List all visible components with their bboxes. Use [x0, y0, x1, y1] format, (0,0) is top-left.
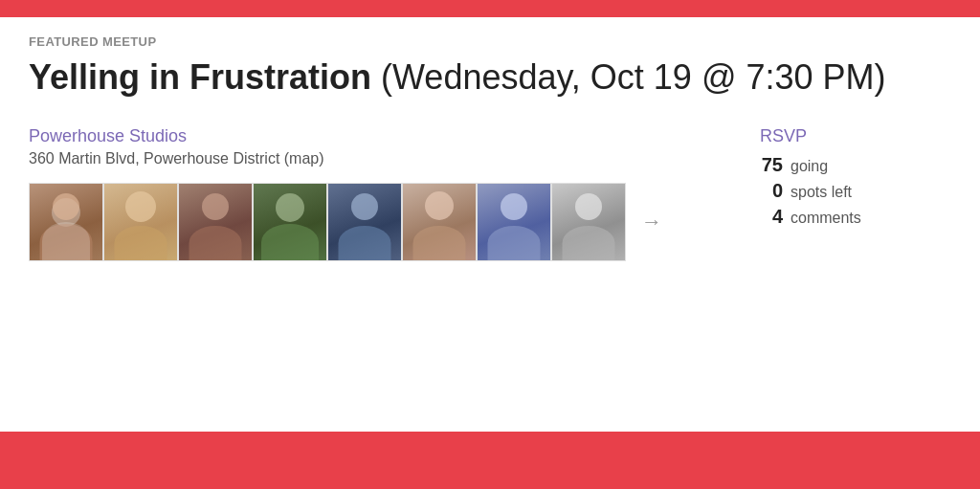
stats-spots: 0 spots left	[760, 180, 951, 202]
right-section: RSVP 75 going 0 spots left 4 comments	[760, 126, 951, 232]
avatar[interactable]	[178, 183, 253, 261]
venue-name[interactable]: Powerhouse Studios	[29, 126, 722, 146]
top-bar	[0, 0, 980, 17]
comments-label: comments	[791, 210, 861, 227]
avatar[interactable]	[551, 183, 626, 261]
avatar[interactable]	[327, 183, 402, 261]
avatar[interactable]	[402, 183, 477, 261]
featured-label: Featured Meetup	[29, 34, 951, 49]
stats-going: 75 going	[760, 154, 951, 176]
going-number: 75	[760, 154, 783, 176]
avatars-row: →	[29, 183, 722, 261]
content-area: Featured Meetup Yelling in Frustration (…	[0, 17, 980, 280]
avatar[interactable]	[29, 183, 103, 261]
map-link[interactable]: (map)	[284, 150, 324, 167]
spots-label: spots left	[791, 184, 852, 201]
event-title: Yelling in Frustration (Wednesday, Oct 1…	[29, 56, 951, 98]
venue-address: 360 Martin Blvd, Powerhouse District (ma…	[29, 150, 722, 167]
address-text: 360 Martin Blvd, Powerhouse District	[29, 150, 279, 167]
avatar[interactable]	[103, 183, 178, 261]
comments-number: 4	[760, 206, 783, 228]
rsvp-label[interactable]: RSVP	[760, 126, 951, 146]
bottom-bar	[0, 432, 980, 489]
event-name: Yelling in Frustration	[29, 57, 371, 97]
left-section: Powerhouse Studios 360 Martin Blvd, Powe…	[29, 126, 722, 261]
stats-comments: 4 comments	[760, 206, 951, 228]
avatar[interactable]	[253, 183, 327, 261]
avatar[interactable]	[477, 183, 551, 261]
going-label: going	[791, 158, 828, 175]
arrow-indicator: →	[641, 210, 662, 234]
spots-number: 0	[760, 180, 783, 202]
main-row: Powerhouse Studios 360 Martin Blvd, Powe…	[29, 126, 951, 261]
event-date: (Wednesday, Oct 19 @ 7:30 PM)	[381, 57, 885, 97]
